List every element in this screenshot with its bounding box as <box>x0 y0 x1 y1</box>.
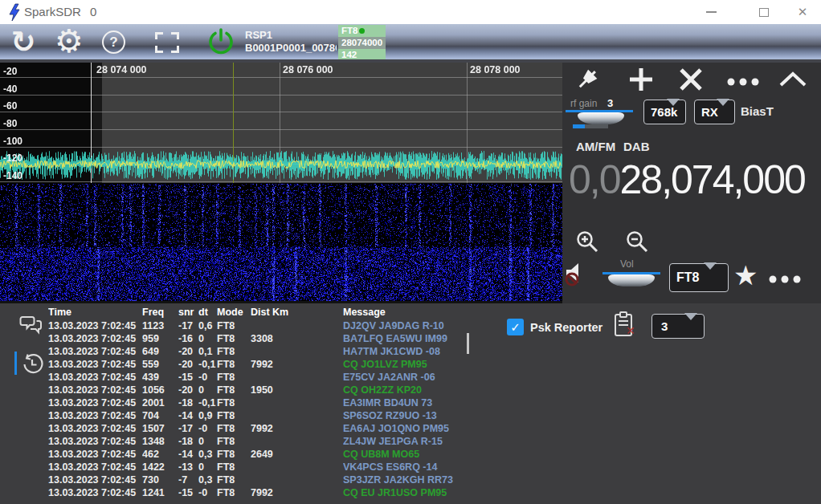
collapse-panel-button[interactable] <box>778 71 808 91</box>
cell-message: E75CV JA2ANR -06 <box>343 371 470 384</box>
sample-rate-dropdown[interactable]: 768k <box>643 100 686 124</box>
cell-dist: 3308 <box>251 332 343 345</box>
cell-dist: 1950 <box>251 384 343 396</box>
titlebar: SparkSDR 0 ✕ <box>0 0 821 24</box>
settings-button[interactable]: ⚙ <box>53 23 85 59</box>
mode-dropdown[interactable]: FT8 <box>669 263 729 292</box>
col-header-dist[interactable]: Dist Km <box>251 306 343 319</box>
decode-table: Time Freq snr dt Mode Dist Km Message 13… <box>48 306 470 499</box>
cell-snr: -18 <box>178 396 198 409</box>
cell-freq: 704 <box>142 409 178 422</box>
band-dab-button[interactable]: DAB <box>623 140 650 153</box>
cell-dist <box>251 474 343 486</box>
receiver-status-box[interactable]: FT8 28074000 142 <box>338 25 386 62</box>
col-header-dt[interactable]: dt <box>198 306 217 319</box>
cell-time: 13.03.2023 7:02:45 <box>48 474 142 486</box>
cell-snr: -20 <box>178 345 198 358</box>
cell-time: 13.03.2023 7:02:45 <box>48 409 142 422</box>
cell-freq: 1123 <box>142 319 178 332</box>
table-row[interactable]: 13.03.2023 7:02:45 1123 -17 0,6 FT8 DJ2Q… <box>48 319 470 332</box>
table-row[interactable]: 13.03.2023 7:02:45 959 -16 0 FT8 3308 BA… <box>48 332 470 345</box>
minimize-button[interactable] <box>692 0 729 24</box>
table-row[interactable]: 13.03.2023 7:02:45 1507 -17 -0 FT8 7992 … <box>48 422 470 435</box>
band-amfm-button[interactable]: AM/FM <box>576 140 615 153</box>
table-scrollbar[interactable] <box>467 333 469 354</box>
maximize-icon <box>759 8 769 17</box>
table-row[interactable]: 13.03.2023 7:02:45 559 -20 -0,1 FT8 7992… <box>48 358 470 371</box>
close-receiver-button[interactable] <box>677 66 705 96</box>
volume-slider-knob[interactable] <box>608 274 655 287</box>
cell-dist <box>251 461 343 474</box>
table-row[interactable]: 13.03.2023 7:02:45 1422 -13 0 FT8 VK4PCS… <box>48 461 470 474</box>
history-icon <box>21 353 43 376</box>
maximize-button[interactable] <box>745 0 782 24</box>
frequency-display[interactable]: 0,028,074,000 <box>569 157 805 202</box>
pin-receiver-button[interactable] <box>574 66 601 96</box>
favorite-button[interactable]: ★ <box>733 262 758 289</box>
col-header-message[interactable]: Message <box>343 306 470 319</box>
table-row[interactable]: 13.03.2023 7:02:45 649 -20 0,1 FT8 HA7TM… <box>48 345 470 358</box>
check-icon: ✓ <box>510 320 521 335</box>
chevron-up-icon <box>778 71 808 88</box>
sparksdr-window: SparkSDR 0 ✕ ↻ ⚙ ? RSP1 B0001P0001_0078C… <box>0 0 821 504</box>
spectrum-waterfall-canvas[interactable] <box>0 63 562 303</box>
table-row[interactable]: 13.03.2023 7:02:45 2001 -18 -0,1 FT8 EA3… <box>48 396 470 409</box>
psk-reporter-checkbox[interactable]: ✓ <box>507 319 524 335</box>
clipboard-x-icon: ✕ <box>626 324 635 337</box>
window-title-instance: 0 <box>90 5 96 18</box>
cell-dt: 0 <box>198 332 217 345</box>
refresh-icon: ↻ <box>10 25 35 59</box>
power-button[interactable] <box>206 27 236 58</box>
zoom-in-icon <box>575 230 599 254</box>
cell-freq: 649 <box>142 345 178 358</box>
cell-freq: 462 <box>142 448 178 461</box>
cell-snr: -20 <box>178 384 198 396</box>
mute-button[interactable] <box>564 260 593 291</box>
table-row[interactable]: 13.03.2023 7:02:45 730 -7 0,3 FT8 SP3JZR… <box>48 474 470 486</box>
cell-freq: 959 <box>142 332 178 345</box>
col-header-freq[interactable]: Freq <box>142 306 178 319</box>
receiver-more-button[interactable] <box>726 75 760 90</box>
cell-message: CQ UB8M MO65 <box>343 448 470 461</box>
table-row[interactable]: 13.03.2023 7:02:45 439 -15 -0 FT8 E75CV … <box>48 371 470 384</box>
rf-gain-slider-knob[interactable] <box>578 112 624 124</box>
table-row[interactable]: 13.03.2023 7:02:45 704 -14 0,9 FT8 SP6SO… <box>48 409 470 422</box>
cell-mode: FT8 <box>217 384 251 396</box>
add-receiver-button[interactable] <box>627 65 656 97</box>
cell-dt: -0 <box>198 486 217 499</box>
messages-tab[interactable] <box>19 315 43 339</box>
antenna-value: RX <box>701 105 718 119</box>
refresh-button[interactable]: ↻ <box>8 24 39 59</box>
table-row[interactable]: 13.03.2023 7:02:45 1241 -15 -0 FT8 7992 … <box>48 486 470 499</box>
app-logo-bolt-icon <box>8 3 21 25</box>
device-name: RSP1 <box>245 29 337 42</box>
table-row[interactable]: 13.03.2023 7:02:45 1348 -18 0 FT8 ZL4JW … <box>48 435 470 448</box>
antenna-dropdown[interactable]: RX <box>694 100 735 124</box>
col-header-time[interactable]: Time <box>48 306 142 319</box>
table-row[interactable]: 13.03.2023 7:02:45 1056 -20 0 FT8 1950 C… <box>48 384 470 396</box>
cell-message: SP6SOZ RZ9UO -13 <box>343 409 470 422</box>
table-row[interactable]: 13.03.2023 7:02:45 462 -14 0,3 FT8 2649 … <box>48 448 470 461</box>
help-button[interactable]: ? <box>102 30 125 54</box>
history-tab[interactable] <box>21 353 43 379</box>
cell-message: VK4PCS ES6RQ -14 <box>343 461 470 474</box>
col-header-snr[interactable]: snr <box>178 306 198 319</box>
mode-more-button[interactable] <box>768 273 802 287</box>
cell-message: CQ JO1LVZ PM95 <box>343 358 470 371</box>
fullscreen-button[interactable] <box>155 32 179 53</box>
cell-dt: -0,1 <box>198 358 217 371</box>
spots-dropdown[interactable]: 3 <box>651 314 705 339</box>
cell-dt: 0,3 <box>198 448 217 461</box>
cell-mode: FT8 <box>217 345 251 358</box>
psk-reporter-label: Psk Reporter <box>530 321 602 334</box>
decode-panel: Time Freq snr dt Mode Dist Km Message 13… <box>0 303 821 504</box>
close-button[interactable]: ✕ <box>784 0 821 24</box>
cell-mode: FT8 <box>217 396 251 409</box>
col-header-mode[interactable]: Mode <box>217 306 251 319</box>
cell-time: 13.03.2023 7:02:45 <box>48 486 142 499</box>
freq-label: 28 074 000 <box>96 64 147 75</box>
zoom-in-button[interactable] <box>575 230 599 257</box>
biast-toggle[interactable]: BiasT <box>741 104 774 118</box>
zoom-out-button[interactable] <box>625 230 649 257</box>
cell-freq: 1422 <box>142 461 178 474</box>
